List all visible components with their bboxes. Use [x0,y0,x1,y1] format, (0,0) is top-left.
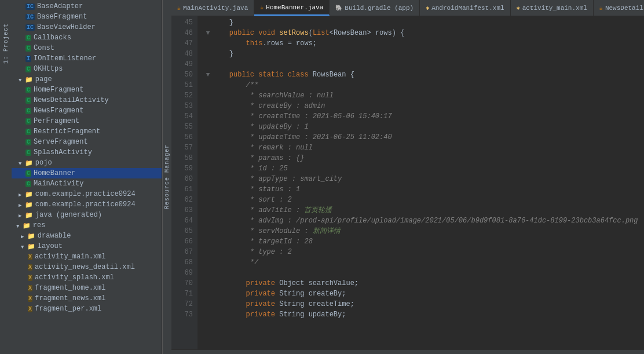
tree-item-servefragment[interactable]: CServeFragment [12,137,162,147]
tab-bar: ☕MainActivity.java☕HomeBanner.java🐘Build… [171,0,644,16]
tree-item-okhttps[interactable]: COKHttps [12,64,162,74]
line-number: 58 [171,153,193,163]
tree-item-activity_splash.xml[interactable]: Xactivity_splash.xml [12,272,162,283]
tree-item-label: BaseFragment [37,13,87,21]
code-text: private String createTime; [213,299,644,309]
line-number: 46 [171,28,193,38]
tree-item-label: IOnItemListener [34,54,96,63]
xml-icon: ✱ [517,5,520,12]
java-icon: ☕ [260,4,264,11]
class-c-icon: C [25,107,31,114]
tree-item-res[interactable]: ▼ 📁res [12,220,162,231]
tree-item-label: java (generated) [35,211,102,219]
resource-manager-label: Resource Manager [164,144,170,209]
code-line: ▼ public static class RowsBean { [203,70,644,80]
code-text: * advImg : /prod-api/profile/upload/imag… [213,216,644,226]
tree-item-label: com.example.practice0924 [35,200,136,209]
tree-item-com.example.practice0924[interactable]: ▶ 📁com.example.practice0924 [12,189,162,199]
gradle-icon: 🐘 [335,5,342,12]
left-panel-strip: 1: Project [0,0,12,354]
folder-open-icon: ▼ 📁 [16,222,31,229]
class-ic-icon: IC [25,3,35,10]
tree-item-restrictfragment[interactable]: CRestrictFragment [12,126,162,137]
code-text: * remark : null [213,143,644,153]
tree-item-activity_main.xml[interactable]: Xactivity_main.xml [12,251,162,262]
xml-icon: X [28,295,32,302]
tree-item-label: ServeFragment [34,138,88,146]
line-number: 70 [171,278,193,289]
class-c-icon: C [25,118,31,125]
folder-open-icon: ▼ 📁 [21,243,35,250]
tree-item-const[interactable]: CConst [12,43,162,53]
line-number: 71 [171,289,193,299]
tab-label: AndroidManifest.xml [431,5,504,12]
tree-item-basefragment[interactable]: ICBaseFragment [12,12,162,22]
code-text: * sort : 2 [213,195,644,205]
file-tree: ICBaseAdapterICBaseFragmentICBaseViewHol… [12,0,162,354]
horizontal-scrollbar[interactable] [171,349,644,354]
tree-item-fragment_home.xml[interactable]: Xfragment_home.xml [12,283,162,293]
code-text: this.rows = rows; [213,38,644,49]
fold-gutter[interactable]: ▼ [203,70,213,80]
code-line: * sort : 2 [203,195,644,205]
line-number: 66 [171,236,193,247]
resource-manager-strip[interactable]: Resource Manager [162,0,171,354]
tree-item-label: NewsDetailActivity [34,96,109,104]
line-number: 73 [171,309,193,320]
line-number: 50 [171,70,193,80]
tree-item-label: fragment_news.xml [35,294,105,302]
tab-label: NewsDetail... [605,5,644,12]
tree-item-newsfragment[interactable]: CNewsFragment [12,105,162,116]
tree-item-activity_news_deatil.xml[interactable]: Xactivity_news_deatil.xml [12,262,162,272]
tree-item-mainactivity[interactable]: CMainActivity [12,178,162,189]
tab-mainactivity.java[interactable]: ☕MainActivity.java [171,0,254,16]
tab-activity_main.xml[interactable]: ✱activity_main.xml [511,0,594,16]
tree-item-label: layout [38,242,63,250]
code-line [203,59,644,70]
tree-item-homefragment[interactable]: CHomeFragment [12,85,162,95]
tree-item-fragment_per.xml[interactable]: Xfragment_per.xml [12,304,162,314]
tree-item-newsdetailactivity[interactable]: CNewsDetailActivity [12,95,162,105]
code-text: * updateBy : 1 [213,122,644,132]
line-number: 49 [171,59,193,70]
tree-item-label: activity_news_deatil.xml [35,263,135,271]
tree-item-layout[interactable]: ▼ 📁layout [12,241,162,251]
editor-area: ☕MainActivity.java☕HomeBanner.java🐘Build… [171,0,644,354]
project-strip-label[interactable]: 1: Project [3,23,9,64]
tab-build.gradle-(app)[interactable]: 🐘Build.gradle (app) [330,0,420,16]
code-area[interactable]: }▼ public void setRows(List<RowsBean> ro… [197,16,644,349]
tree-item-com.example.practice0924[interactable]: ▶ 📁com.example.practice0924 [12,199,162,210]
tree-item-ionitemlistener[interactable]: IIOnItemListener [12,53,162,64]
xml-icon: X [28,274,32,281]
xml-icon: X [28,253,32,260]
tree-item-pojo[interactable]: ▼ 📁pojo [12,158,162,168]
line-number: 53 [171,101,193,111]
fold-gutter[interactable]: ▼ [203,28,213,38]
xml-icon: X [28,284,32,291]
code-text: * type : 2 [213,247,644,257]
tree-item-fragment_news.xml[interactable]: Xfragment_news.xml [12,293,162,304]
code-text: */ [213,257,644,268]
tab-newsdetail...[interactable]: ☕NewsDetail... [594,0,644,16]
tree-item-baseviewholder[interactable]: ICBaseViewHolder [12,22,162,32]
tree-item-baseadapter[interactable]: ICBaseAdapter [12,1,162,12]
tree-item-splashactivity[interactable]: CSplashActivity [12,147,162,158]
class-c-icon: C [25,65,31,72]
code-line: * updateTime : 2021-06-25 11:02:40 [203,132,644,143]
project-panel: ICBaseAdapterICBaseFragmentICBaseViewHol… [12,0,162,354]
tree-item-callbacks[interactable]: CCallbacks [12,32,162,43]
tab-homebanner.java[interactable]: ☕HomeBanner.java [254,0,330,16]
tree-item-java-(generated)[interactable]: ▶ 📁java (generated) [12,210,162,220]
tree-item-perfragment[interactable]: CPerFragment [12,116,162,126]
line-number: 64 [171,216,193,226]
tab-androidmanifest.xml[interactable]: ✱AndroidManifest.xml [420,0,510,16]
code-text: * params : {} [213,153,644,163]
code-text: public static class RowsBean { [213,70,644,80]
tree-item-page[interactable]: ▼ 📁page [12,74,162,85]
line-number: 61 [171,184,193,195]
tree-item-homebanner[interactable]: CHomeBanner [12,168,162,178]
folder-closed-icon: ▶ 📁 [21,232,35,240]
code-line: this.rows = rows; [203,38,644,49]
line-numbers: 4546474849505152535455565758596061626364… [171,16,197,349]
tree-item-drawable[interactable]: ▶ 📁drawable [12,231,162,241]
